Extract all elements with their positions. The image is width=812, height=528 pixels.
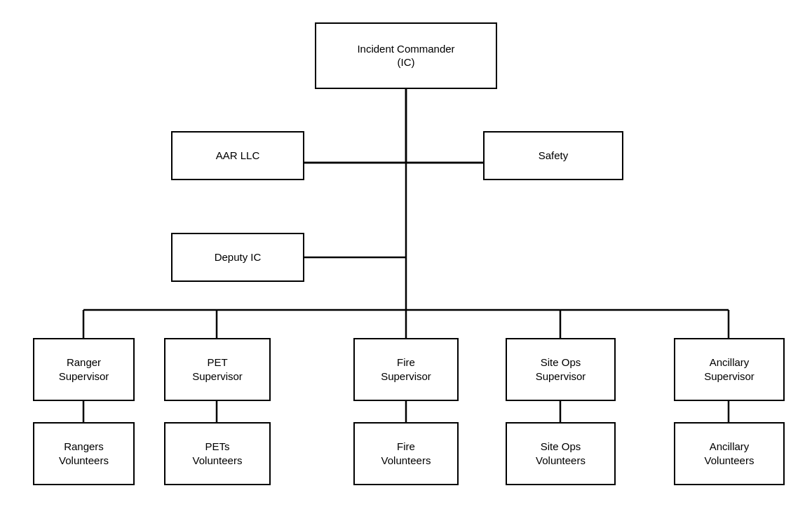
ancillary-vol-box: AncillaryVolunteers	[674, 422, 785, 485]
fire-vol-box: FireVolunteers	[353, 422, 459, 485]
ic-label: Incident Commander(IC)	[357, 42, 454, 69]
deputy-label: Deputy IC	[215, 250, 262, 264]
siteops-sup-box: Site OpsSupervisor	[506, 338, 616, 401]
pet-sup-box: PETSupervisor	[164, 338, 271, 401]
pets-vol-box: PETsVolunteers	[164, 422, 271, 485]
org-chart: Incident Commander(IC) AAR LLC Safety De…	[20, 8, 792, 520]
ic-box: Incident Commander(IC)	[315, 22, 497, 89]
pets-vol-label: PETsVolunteers	[193, 440, 243, 467]
aar-label: AAR LLC	[216, 149, 260, 163]
ancillary-sup-label: AncillarySupervisor	[704, 356, 755, 383]
siteops-vol-box: Site OpsVolunteers	[506, 422, 616, 485]
rangers-vol-label: RangersVolunteers	[59, 440, 109, 467]
siteops-sup-label: Site OpsSupervisor	[536, 356, 586, 383]
pet-sup-label: PETSupervisor	[192, 356, 243, 383]
ranger-sup-box: RangerSupervisor	[33, 338, 135, 401]
safety-box: Safety	[483, 131, 623, 180]
aar-box: AAR LLC	[171, 131, 304, 180]
fire-vol-label: FireVolunteers	[381, 440, 431, 467]
ancillary-vol-label: AncillaryVolunteers	[705, 440, 755, 467]
safety-label: Safety	[539, 149, 569, 163]
rangers-vol-box: RangersVolunteers	[33, 422, 135, 485]
deputy-box: Deputy IC	[171, 233, 304, 282]
fire-sup-box: FireSupervisor	[353, 338, 459, 401]
fire-sup-label: FireSupervisor	[381, 356, 431, 383]
siteops-vol-label: Site OpsVolunteers	[536, 440, 586, 467]
ancillary-sup-box: AncillarySupervisor	[674, 338, 785, 401]
ranger-sup-label: RangerSupervisor	[59, 356, 109, 383]
